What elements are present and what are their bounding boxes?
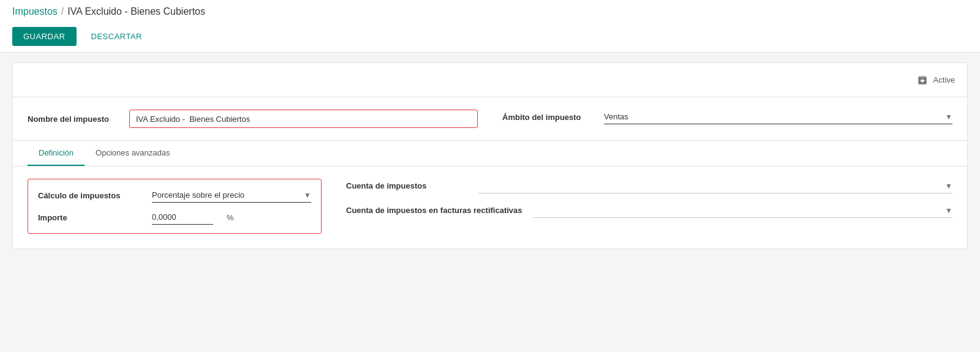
breadcrumb: Impuestos / IVA Excluido - Bienes Cubier… <box>12 6 968 22</box>
tax-scope-select[interactable]: Ventas Compras Ninguno <box>604 110 952 124</box>
main-content: Active Nombre del impuesto Ámbito del im… <box>0 53 980 259</box>
left-col: Cálculo de impuestos Porcentaje sobre el… <box>28 179 322 234</box>
percent-symbol: % <box>227 213 234 222</box>
tax-account-select-container[interactable]: ▼ <box>478 179 952 193</box>
tax-name-input-box[interactable] <box>129 110 478 128</box>
tax-scope-label: Ámbito del impuesto <box>502 113 594 122</box>
importe-row: Importe % <box>38 210 311 225</box>
discard-button[interactable]: DESCARTAR <box>83 27 151 46</box>
tax-account-select[interactable] <box>478 179 952 193</box>
top-bar: Impuestos / IVA Excluido - Bienes Cubier… <box>0 0 980 53</box>
form-section: Nombre del impuesto Ámbito del impuesto … <box>13 97 967 141</box>
tax-scope-field: Ámbito del impuesto Ventas Compras Ningu… <box>502 110 952 124</box>
status-label: Active <box>933 75 955 84</box>
archive-icon <box>916 74 929 86</box>
form-card: Active Nombre del impuesto Ámbito del im… <box>12 62 968 249</box>
importe-label: Importe <box>38 213 142 222</box>
calc-section: Cálculo de impuestos Porcentaje sobre el… <box>28 179 322 234</box>
calc-label: Cálculo de impuestos <box>38 191 142 200</box>
tax-scope-select-container[interactable]: Ventas Compras Ninguno ▼ <box>604 110 952 124</box>
breadcrumb-current: IVA Excluido - Bienes Cubiertos <box>67 6 205 17</box>
calc-row: Cálculo de impuestos Porcentaje sobre el… <box>38 188 311 203</box>
tax-name-input[interactable] <box>136 114 471 124</box>
tabs-section: Definición Opciones avanzadas <box>13 141 967 167</box>
definition-two-col: Cálculo de impuestos Porcentaje sobre el… <box>28 179 952 234</box>
importe-input[interactable] <box>152 210 213 225</box>
status-bar: Active <box>13 63 967 97</box>
tax-account-row: Cuenta de impuestos ▼ <box>346 179 952 193</box>
status-badge: Active <box>916 74 955 86</box>
calc-select[interactable]: Porcentaje sobre el precio Fijo División… <box>152 188 311 203</box>
tab-opciones-avanzadas[interactable]: Opciones avanzadas <box>85 141 181 166</box>
refund-account-label: Cuenta de impuestos en facturas rectific… <box>346 205 522 216</box>
form-row-main: Nombre del impuesto Ámbito del impuesto … <box>28 110 952 128</box>
tab-content-definicion: Cálculo de impuestos Porcentaje sobre el… <box>13 167 967 249</box>
refund-account-select-container[interactable]: ▼ <box>532 203 952 218</box>
save-button[interactable]: GUARDAR <box>12 27 77 46</box>
calc-select-container[interactable]: Porcentaje sobre el precio Fijo División… <box>152 188 311 203</box>
tax-name-label: Nombre del impuesto <box>28 114 119 124</box>
tax-account-label: Cuenta de impuestos <box>346 181 469 192</box>
refund-account-select[interactable] <box>532 203 952 218</box>
refund-account-row: Cuenta de impuestos en facturas rectific… <box>346 203 952 218</box>
tax-name-field: Nombre del impuesto <box>28 110 478 128</box>
breadcrumb-separator: / <box>61 6 64 17</box>
tabs: Definición Opciones avanzadas <box>28 141 952 166</box>
action-bar: GUARDAR DESCARTAR <box>12 22 968 52</box>
right-col: Cuenta de impuestos ▼ Cuenta de impuesto… <box>346 179 952 234</box>
tab-definicion[interactable]: Definición <box>28 141 85 166</box>
breadcrumb-parent-link[interactable]: Impuestos <box>12 6 58 17</box>
